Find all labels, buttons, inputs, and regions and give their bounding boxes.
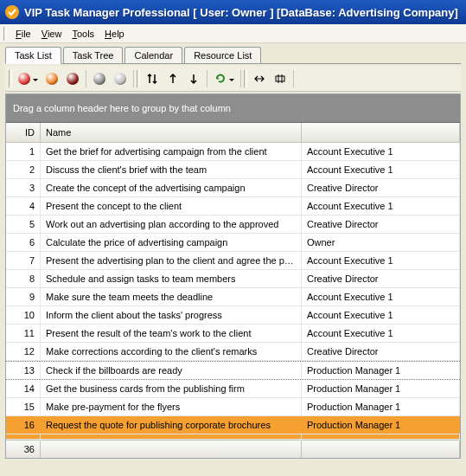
grid-header: ID Name bbox=[6, 123, 460, 143]
cell-id: 13 bbox=[6, 362, 41, 379]
table-row[interactable]: 9Make sure the team meets the deadlineAc… bbox=[6, 288, 460, 306]
cell-name: Present the concept to the client bbox=[41, 197, 302, 215]
cell-name: Make corrections according to the client… bbox=[41, 343, 302, 360]
status-darkred[interactable] bbox=[62, 68, 83, 89]
table-row[interactable]: 15Make pre-payment for the flyersProduct… bbox=[6, 398, 460, 416]
cell-assignee: Account Executive 1 bbox=[302, 161, 460, 178]
app-icon bbox=[5, 5, 19, 19]
cell-id: 3 bbox=[6, 179, 41, 196]
cell-name: Create the concept of the advertising ca… bbox=[41, 179, 302, 196]
footer-count: 36 bbox=[6, 441, 41, 458]
status-grey[interactable] bbox=[89, 68, 110, 89]
menu-bar: File View Tools Help bbox=[0, 24, 466, 43]
cell-name: Get the brief for advertising campaign f… bbox=[41, 143, 302, 160]
cell-name: Work out an advertising plan according t… bbox=[41, 215, 302, 233]
cell-assignee: Creative Director bbox=[302, 270, 460, 287]
menubar-grip[interactable] bbox=[3, 27, 7, 41]
cell-assignee: Account Executive 1 bbox=[302, 288, 460, 306]
cell-id: 9 bbox=[6, 288, 41, 306]
toolbar-grip-2[interactable] bbox=[137, 70, 140, 87]
table-row[interactable]: 16Request the quote for publishing corpo… bbox=[6, 416, 460, 434]
toolbar-sep-2 bbox=[133, 70, 134, 87]
cell-id: 8 bbox=[6, 270, 41, 287]
cell-name: Schedule and assign tasks to team member… bbox=[41, 270, 302, 287]
toolbar-sep bbox=[86, 70, 86, 87]
table-row[interactable]: 6Calculate the price of advertising camp… bbox=[6, 234, 460, 252]
cell-assignee: Account Executive 1 bbox=[302, 252, 460, 269]
sort-up-icon[interactable] bbox=[163, 68, 183, 89]
cell-id: 16 bbox=[6, 416, 41, 434]
table-row[interactable]: 10Inform the client about the tasks' pro… bbox=[6, 306, 460, 325]
toolbar-grip-3[interactable] bbox=[244, 70, 247, 87]
window-title: VIP Task Manager Professional [ User: Ow… bbox=[24, 6, 458, 19]
sort-down-icon[interactable] bbox=[183, 68, 204, 89]
toolbar bbox=[5, 66, 461, 92]
cell-name: Inform the client about the tasks' progr… bbox=[41, 306, 302, 324]
status-lightgrey[interactable] bbox=[110, 68, 131, 89]
cell-assignee: Account Executive 1 bbox=[302, 325, 460, 342]
table-row[interactable]: 14Get the business cards from the publis… bbox=[6, 380, 460, 398]
sort-both-icon[interactable] bbox=[142, 68, 163, 89]
cell-assignee: Production Manager 1 bbox=[302, 398, 460, 415]
cell-assignee: Creative Director bbox=[302, 215, 460, 233]
menu-help[interactable]: Help bbox=[99, 27, 130, 41]
cell-name: Make sure the team meets the deadline bbox=[41, 288, 302, 306]
cell-id: 10 bbox=[6, 306, 41, 324]
cell-assignee: Production Manager 1 bbox=[302, 362, 460, 379]
tab-resource-list[interactable]: Resource List bbox=[184, 47, 261, 63]
cell-assignee: Creative Director bbox=[302, 343, 460, 360]
toolbar-sep-4 bbox=[240, 70, 241, 87]
menu-view[interactable]: View bbox=[36, 27, 67, 41]
table-row[interactable]: 2Discuss the client's brief with the tea… bbox=[6, 161, 460, 179]
table-row[interactable]: 5Work out an advertising plan according … bbox=[6, 215, 460, 234]
cell-id: 4 bbox=[6, 197, 41, 215]
cell-assignee: Account Executive 1 bbox=[302, 306, 460, 324]
cell-id: 11 bbox=[6, 325, 41, 342]
cell-assignee: Production Manager 1 bbox=[302, 416, 460, 434]
svg-rect-0 bbox=[276, 76, 284, 81]
col-header-assignee[interactable] bbox=[302, 123, 460, 142]
cell-id: 14 bbox=[6, 380, 41, 397]
tab-calendar[interactable]: Calendar bbox=[124, 47, 182, 63]
col-header-id[interactable]: ID bbox=[6, 123, 41, 142]
table-row[interactable]: 12Make corrections according to the clie… bbox=[6, 343, 460, 361]
table-row[interactable]: 7Present the advertising plan to the cli… bbox=[6, 252, 460, 270]
toolbar-grip[interactable] bbox=[9, 70, 12, 87]
cell-id: 1 bbox=[6, 143, 41, 160]
toolbar-sep-3 bbox=[207, 70, 207, 87]
cell-name: Request the quote for publishing corpora… bbox=[41, 416, 302, 434]
cell-assignee: Creative Director bbox=[302, 179, 460, 196]
table-row[interactable]: 3Create the concept of the advertising c… bbox=[6, 179, 460, 197]
cell-assignee: Production Manager 1 bbox=[302, 380, 460, 397]
tab-task-list[interactable]: Task List bbox=[5, 47, 61, 64]
menu-tools[interactable]: Tools bbox=[67, 27, 99, 41]
cell-name: Present the advertising plan to the clie… bbox=[41, 252, 302, 269]
group-by-panel[interactable]: Drag a column header here to group by th… bbox=[6, 94, 460, 123]
cell-assignee: Owner bbox=[302, 234, 460, 251]
cell-name: Make pre-payment for the flyers bbox=[41, 398, 302, 415]
status-orange[interactable] bbox=[41, 68, 62, 89]
tab-task-tree[interactable]: Task Tree bbox=[63, 47, 124, 63]
cell-name: Check if the billboards are ready bbox=[41, 362, 302, 379]
table-row[interactable]: 1Get the brief for advertising campaign … bbox=[6, 143, 460, 161]
cell-name: Discuss the client's brief with the team bbox=[41, 161, 302, 178]
collapse-icon[interactable] bbox=[249, 68, 270, 89]
table-row[interactable]: 4Present the concept to the clientAccoun… bbox=[6, 197, 460, 215]
expand-icon[interactable] bbox=[270, 68, 290, 89]
menu-file[interactable]: File bbox=[10, 27, 36, 41]
grid-footer: 36 bbox=[6, 440, 460, 458]
cell-id: 12 bbox=[6, 343, 41, 360]
title-bar: VIP Task Manager Professional [ User: Ow… bbox=[0, 0, 466, 24]
table-row[interactable]: 13Check if the billboards are readyProdu… bbox=[6, 361, 460, 380]
cell-id: 6 bbox=[6, 234, 41, 251]
cell-id: 7 bbox=[6, 252, 41, 269]
task-grid: Drag a column header here to group by th… bbox=[5, 93, 461, 459]
refresh-icon[interactable] bbox=[210, 68, 238, 89]
cell-assignee: Account Executive 1 bbox=[302, 197, 460, 215]
status-filter-red[interactable] bbox=[14, 68, 41, 89]
cell-id: 5 bbox=[6, 215, 41, 233]
table-row[interactable]: 11Present the result of the team's work … bbox=[6, 325, 460, 343]
table-row[interactable]: 8Schedule and assign tasks to team membe… bbox=[6, 270, 460, 288]
col-header-name[interactable]: Name bbox=[41, 123, 302, 142]
table-row[interactable] bbox=[6, 434, 460, 440]
